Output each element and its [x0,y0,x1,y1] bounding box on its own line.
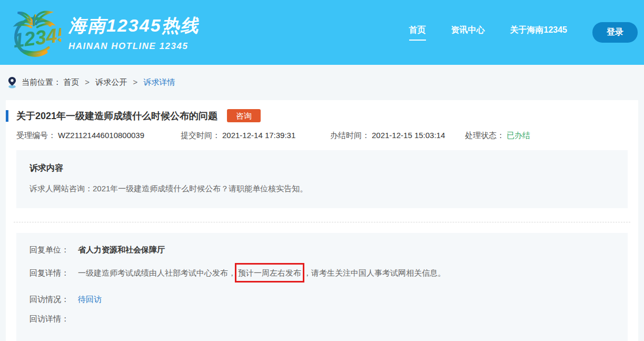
dashed-divider [14,222,630,222]
appeal-content-body: 诉求人网站咨询：2021年一级建造师成绩什么时候公布？请职能单位核实告知。 [29,183,615,194]
nav-item-news-center[interactable]: 资讯中心 [451,25,485,41]
breadcrumb-item-appeals[interactable]: 诉求公开 [95,77,127,86]
nav-item-home[interactable]: 首页 [409,25,426,41]
login-button[interactable]: 登录 [592,22,638,43]
visit-detail-row: 回访详情： [29,313,615,324]
meta-value: 2021-12-14 17:39:31 [222,131,295,140]
meta-value: 2021-12-15 15:03:14 [372,131,445,140]
status-badge: 已办结 [507,131,530,140]
meta-value: WZ21121446010800039 [58,131,144,140]
location-pin-icon [7,76,17,89]
breadcrumb-text: 当前位置： 首页 > 诉求公开 > 诉求详情 [22,77,175,87]
reply-detail-row: 回复详情： 一级建造师考试成绩由人社部考试中心发布，预计一周左右发布，请考生关注… [29,263,615,282]
ticket-meta-row: 受理编号：WZ21121446010800039 提交时间：2021-12-14… [6,122,638,141]
meta-label: 提交时间： [181,131,220,140]
reply-detail-value: 一级建造师考试成绩由人社部考试中心发布，预计一周左右发布，请考生关注中国人事考试… [78,263,445,282]
appeal-content-box: 诉求内容 诉求人网站咨询：2021年一级建造师成绩什么时候公布？请职能单位核实告… [16,150,628,208]
meta-submit-time: 提交时间：2021-12-14 17:39:31 [181,131,330,141]
breadcrumb-item-detail[interactable]: 诉求详情 [143,77,175,86]
breadcrumb-prefix: 当前位置： [22,77,61,86]
breadcrumb: 当前位置： 首页 > 诉求公开 > 诉求详情 [0,65,644,100]
meta-status: 处理状态：已办结 [465,131,530,141]
reply-detail-label: 回复详情： [29,267,78,278]
main-nav: 首页 资讯中心 关于海南12345 登录 [409,0,639,65]
site-subtitle: HAINAN HOTLINE 12345 [68,41,200,52]
highlight-annotation: 预计一周左右发布 [235,263,304,282]
breadcrumb-separator: > [133,77,137,86]
meta-label: 办结时间： [330,131,370,140]
breadcrumb-separator: > [85,77,90,86]
site-title: 海南12345热线 [68,14,200,38]
category-badge: 咨询 [227,109,261,122]
reply-unit-row: 回复单位： 省人力资源和社会保障厅 [29,244,615,255]
visit-status-value: 待回访 [78,294,102,305]
reply-unit-label: 回复单位： [29,244,78,255]
reply-unit-value: 省人力资源和社会保障厅 [78,244,165,255]
title-accent-bar [6,110,8,122]
nav-item-about[interactable]: 关于海南12345 [510,25,568,41]
reply-detail-post: ，请考生关注中国人事考试网相关信息。 [303,268,445,277]
ticket-title-row: 关于2021年一级建造师成绩什么时候公布的问题 咨询 [6,100,638,122]
meta-case-number: 受理编号：WZ21121446010800039 [16,131,181,141]
meta-label: 处理状态： [465,131,504,140]
breadcrumb-item-home[interactable]: 首页 [63,77,79,86]
reply-box: 回复单位： 省人力资源和社会保障厅 回复详情： 一级建造师考试成绩由人社部考试中… [16,233,628,341]
ticket-card: 关于2021年一级建造师成绩什么时候公布的问题 咨询 受理编号：WZ211214… [6,100,638,341]
brand-block: 海南12345热线 HAINAN HOTLINE 12345 [68,14,200,52]
meta-close-time: 办结时间：2021-12-15 15:03:14 [330,131,465,141]
visit-status-row: 回访情况： 待回访 [29,294,615,305]
ticket-title: 关于2021年一级建造师成绩什么时候公布的问题 [16,110,217,122]
visit-status-label: 回访情况： [29,294,78,305]
palm-tree-logo-icon: 12345 [6,5,61,61]
appeal-content-heading: 诉求内容 [29,163,615,174]
meta-label: 受理编号： [16,131,56,140]
visit-detail-label: 回访详情： [29,313,78,324]
site-header: 12345 海南12345热线 HAINAN HOTLINE 12345 首页 … [0,0,644,65]
reply-detail-pre: 一级建造师考试成绩由人社部考试中心发布， [78,268,236,277]
